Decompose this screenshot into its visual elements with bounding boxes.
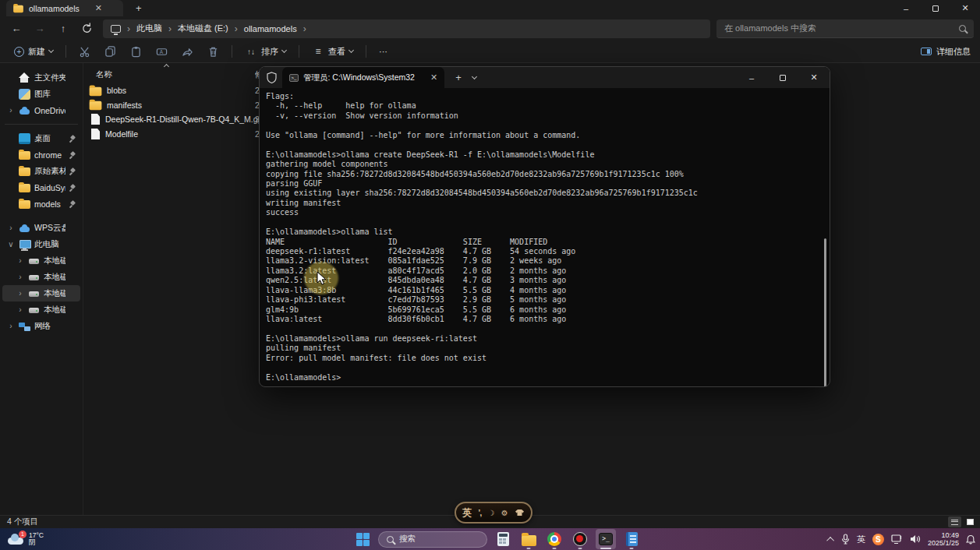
sidebar-item-label: 本地磁盘 (E:) [44,288,65,299]
sidebar-item[interactable]: › OneDrive [2,102,80,118]
ellipsis-icon: ··· [379,47,387,56]
forward-button[interactable]: → [30,19,50,38]
new-button[interactable]: + 新建 [8,43,59,61]
sidebar-item[interactable]: chrome [2,146,80,163]
tray-ime-indicator[interactable]: 英 [857,534,865,545]
up-button[interactable]: ↑ [53,19,73,38]
microphone-icon[interactable] [841,534,850,545]
delete-button[interactable] [201,43,225,61]
rename-button[interactable]: A [150,43,174,61]
terminal-minimize-button[interactable]: – [736,67,767,88]
ime-language-mode[interactable]: 英 [462,506,472,520]
ime-toolbar[interactable]: 英 ’, ☽ ⚙ [455,502,532,524]
expand-chevron-icon[interactable]: ∨ [7,240,15,249]
taskbar-search[interactable]: 搜索 [378,531,487,548]
sort-button[interactable]: ↑↓ 排序 [239,43,292,61]
sidebar-item-label: 主文件夹 [34,72,65,83]
view-button-label: 查看 [328,46,345,58]
ime-settings-gear-icon[interactable]: ⚙ [501,509,508,517]
record-app-button[interactable] [570,529,590,549]
clock[interactable]: 10:49 2025/1/25 [928,531,959,547]
expand-chevron-icon[interactable]: › [7,322,15,330]
back-button[interactable]: ← [6,19,27,38]
sogou-icon[interactable]: S [872,534,884,545]
terminal-line [266,218,830,227]
sidebar-item[interactable]: 主文件夹 [2,69,80,86]
expand-chevron-icon[interactable]: › [16,273,24,281]
details-pane-button[interactable]: 详细信息 [921,46,971,58]
file-explorer-app-button[interactable] [518,529,539,549]
terminal-maximize-button[interactable] [767,67,798,88]
terminal-scrollbar[interactable] [824,238,826,387]
sidebar-item[interactable]: BaiduSyncdisk [2,179,80,196]
tab-close-icon[interactable]: ✕ [95,3,102,13]
terminal-line [266,140,830,150]
thumbnail-view-toggle[interactable] [964,517,977,527]
sidebar-item[interactable]: › 本地磁盘 (C:) [2,252,80,269]
minimize-button[interactable]: – [891,0,921,16]
sidebar-item[interactable]: › WPS云盘 [2,220,80,236]
terminal-line: NAME ID SIZE MODIFIED [266,238,830,247]
terminal-new-tab-button[interactable]: + [455,72,462,83]
breadcrumb-current-folder[interactable]: ollamamodels [244,24,297,33]
sidebar-item[interactable]: 原始素材 [2,163,80,179]
weather-widget[interactable]: 1 17°C 阴 [0,532,117,547]
start-button[interactable] [352,529,373,549]
taskbar-search-label: 搜索 [399,534,416,545]
refresh-button[interactable] [76,19,97,38]
plus-circle-icon: + [14,47,24,57]
close-button[interactable]: ✕ [950,0,980,16]
breadcrumb[interactable]: › 此电脑 › 本地磁盘 (E:) › ollamamodels › [103,19,710,38]
sidebar-item[interactable]: 桌面 [2,130,80,146]
ime-punctuation-icon[interactable]: ’, [478,508,481,517]
share-button[interactable] [175,43,200,61]
terminal-tab-close-icon[interactable]: ✕ [430,72,437,83]
breadcrumb-this-pc[interactable]: 此电脑 [136,23,162,34]
expand-chevron-icon[interactable]: › [16,305,24,314]
cut-button[interactable] [73,43,97,61]
search-input[interactable]: 在 ollamamodels 中搜索 [716,19,974,38]
name-column-header[interactable]: 名称 [83,69,112,80]
terminal-title-bar[interactable]: >_ 管理员: C:\Windows\System32 ✕ + – ✕ [260,67,830,88]
expand-chevron-icon[interactable]: › [16,289,24,298]
paste-button[interactable] [124,43,148,61]
list-view-toggle[interactable] [948,517,961,527]
expand-chevron-icon[interactable]: › [7,224,15,232]
expand-chevron-icon[interactable]: › [16,256,24,265]
network-display-icon[interactable] [891,534,903,545]
calculator-app-button[interactable] [493,529,513,549]
terminal-app-button[interactable]: >_ [596,529,616,549]
sidebar-item[interactable]: › 网络 [2,318,80,334]
sidebar-item[interactable]: 图库 [2,86,80,102]
terminal-output[interactable]: Flags: -h, --help help for ollama -v, --… [260,88,830,386]
copy-button[interactable] [98,43,122,61]
ime-skin-icon[interactable] [515,509,525,517]
terminal-dropdown-icon[interactable] [472,73,477,79]
terminal-tab[interactable]: >_ 管理员: C:\Windows\System32 ✕ [282,67,444,88]
new-tab-button[interactable]: + [136,2,142,14]
explorer-tab[interactable]: ollamamodels ✕ [6,0,123,16]
notepad-app-button[interactable] [621,529,642,549]
command-toolbar: + 新建 A ↑↓ [0,41,980,63]
expand-chevron-icon[interactable]: › [7,106,15,115]
terminal-line [266,121,830,130]
sidebar-item[interactable]: ∨ 此电脑 [2,236,80,252]
chrome-app-button[interactable] [544,529,564,549]
view-button[interactable]: ≡ 查看 [306,43,359,61]
sidebar-item[interactable]: › 本地磁盘 (E:) [2,285,80,301]
view-icon: ≡ [312,46,324,57]
breadcrumb-drive-e[interactable]: 本地磁盘 (E:) [178,23,228,34]
sidebar-item[interactable]: › 本地磁盘 (F:) [2,301,80,318]
chevron-right-icon: › [127,23,130,34]
sidebar-item[interactable]: › 本地磁盘 (D:) [2,269,80,285]
sidebar-item[interactable]: models [2,196,80,212]
search-placeholder: 在 ollamamodels 中搜索 [724,23,959,34]
terminal-tab-icon: >_ [289,74,299,82]
maximize-button[interactable] [921,0,950,16]
terminal-close-button[interactable]: ✕ [798,67,830,88]
more-options-button[interactable]: ··· [373,44,394,59]
notification-bell-icon[interactable] [966,534,975,545]
speaker-icon[interactable] [910,534,921,544]
hidden-icons-chevron[interactable] [826,536,834,544]
ime-moon-icon[interactable]: ☽ [488,509,495,517]
